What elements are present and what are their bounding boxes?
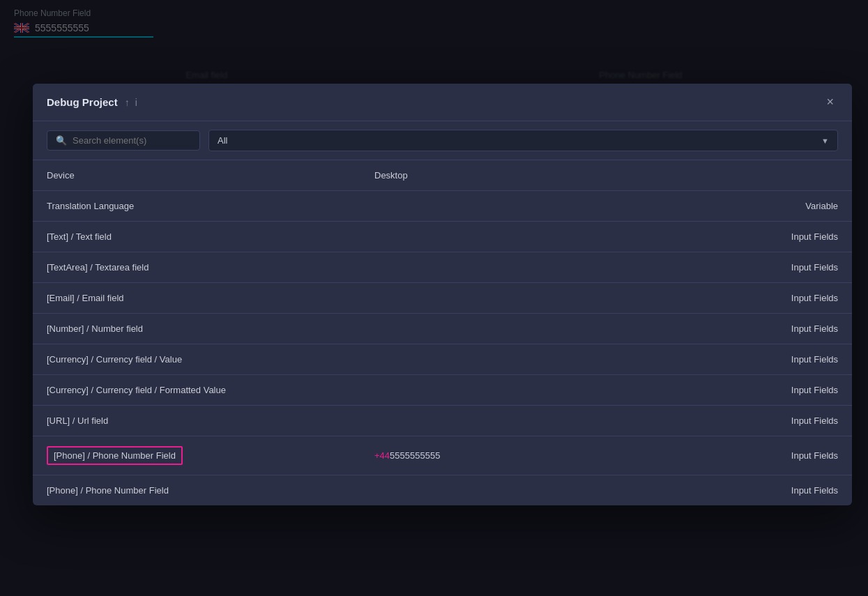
category-cell: Input Fields — [688, 344, 852, 375]
table-row: [Phone] / Phone Number Field Input Field… — [33, 475, 852, 506]
table-row: [Text] / Text field Input Fields — [33, 222, 852, 252]
element-name-cell: Device — [33, 160, 360, 191]
category-cell: Input Fields — [688, 283, 852, 314]
category-cell — [688, 160, 852, 191]
search-box[interactable]: 🔍 — [47, 130, 200, 151]
value-cell — [360, 344, 688, 375]
modal-header-icons: ↑ i — [125, 97, 137, 108]
table-row: [Number] / Number field Input Fields — [33, 314, 852, 344]
element-name-cell: [Currency] / Currency field / Value — [33, 344, 360, 375]
modal-title: Debug Project — [47, 96, 118, 108]
category-cell: Input Fields — [688, 436, 852, 475]
element-name-cell: [Currency] / Currency field / Formatted … — [33, 375, 360, 406]
filter-dropdown[interactable]: All ▼ — [208, 130, 838, 151]
modal-header: Debug Project ↑ i × — [33, 84, 852, 121]
element-name-cell: [Text] / Text field — [33, 222, 360, 252]
value-cell — [360, 191, 688, 222]
phone-element-box: [Phone] / Phone Number Field — [47, 446, 183, 465]
search-input[interactable] — [73, 135, 191, 146]
table-row: Translation Language Variable — [33, 191, 852, 222]
element-name-cell: [URL] / Url field — [33, 406, 360, 436]
filter-value: All — [218, 135, 227, 146]
phone-highlighted-row: [Phone] / Phone Number Field +4455555555… — [33, 436, 852, 475]
element-name-cell: Translation Language — [33, 191, 360, 222]
category-cell: Input Fields — [688, 475, 852, 506]
table-row: [Currency] / Currency field / Formatted … — [33, 375, 852, 406]
category-cell: Variable — [688, 191, 852, 222]
value-cell — [360, 222, 688, 252]
category-cell: Input Fields — [688, 406, 852, 436]
category-cell: Input Fields — [688, 314, 852, 344]
category-cell: Input Fields — [688, 222, 852, 252]
value-cell — [360, 283, 688, 314]
phone-value-cell: +445555555555 — [360, 436, 688, 475]
element-name-cell: [TextArea] / Textarea field — [33, 252, 360, 283]
table-row: [URL] / Url field Input Fields — [33, 406, 852, 436]
modal-toolbar: 🔍 All ▼ — [33, 121, 852, 160]
modal-header-left: Debug Project ↑ i — [47, 96, 137, 108]
table-row: [TextArea] / Textarea field Input Fields — [33, 252, 852, 283]
element-name-cell: [Email] / Email field — [33, 283, 360, 314]
debug-table: Device Desktop Translation Language Vari… — [33, 160, 852, 505]
phone-number: 5555555555 — [390, 450, 440, 461]
category-cell: Input Fields — [688, 375, 852, 406]
table-row: [Email] / Email field Input Fields — [33, 283, 852, 314]
table-row: Device Desktop — [33, 160, 852, 191]
value-cell: Desktop — [360, 160, 688, 191]
dropdown-arrow-icon: ▼ — [821, 137, 829, 145]
value-cell — [360, 314, 688, 344]
value-cell — [360, 252, 688, 283]
category-cell: Input Fields — [688, 252, 852, 283]
element-name-cell: [Phone] / Phone Number Field — [33, 475, 360, 506]
phone-prefix: +44 — [374, 450, 390, 461]
info-icon[interactable]: i — [135, 97, 137, 108]
modal-close-button[interactable]: × — [822, 93, 838, 111]
element-name-cell: [Phone] / Phone Number Field — [33, 436, 360, 475]
search-icon: 🔍 — [56, 135, 67, 146]
table-row: [Currency] / Currency field / Value Inpu… — [33, 344, 852, 375]
value-cell — [360, 375, 688, 406]
value-cell — [360, 406, 688, 436]
share-icon[interactable]: ↑ — [125, 97, 130, 108]
value-cell — [360, 475, 688, 506]
element-name-cell: [Number] / Number field — [33, 314, 360, 344]
debug-project-modal: Debug Project ↑ i × 🔍 All ▼ Device Deskt… — [33, 84, 852, 505]
